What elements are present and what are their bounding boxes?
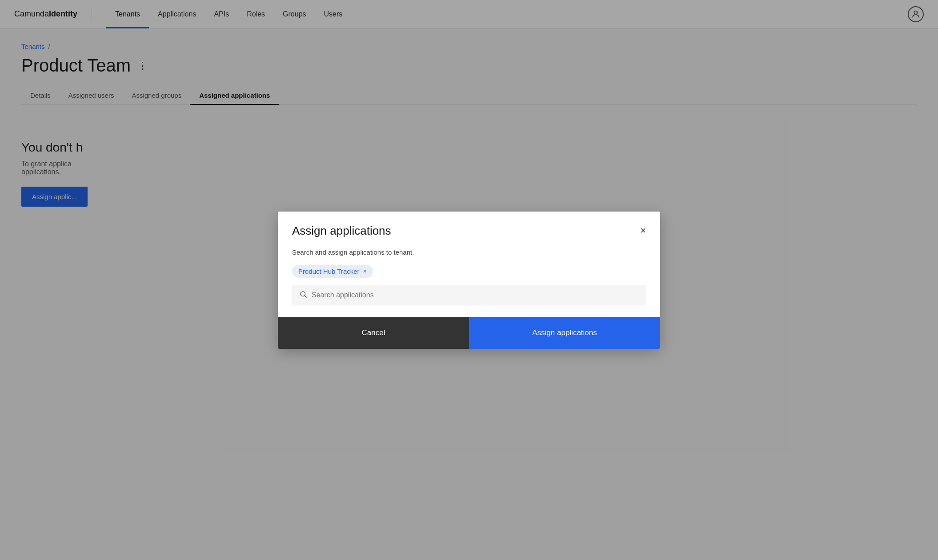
tag-label: Product Hub Tracker [298, 268, 360, 275]
search-icon [299, 290, 307, 300]
svg-point-1 [301, 292, 305, 296]
search-box [292, 285, 646, 306]
modal-title: Assign applications [292, 224, 391, 238]
cancel-button[interactable]: Cancel [278, 317, 469, 349]
modal-footer: Cancel Assign applications [278, 317, 660, 349]
assign-applications-modal: Assign applications × Search and assign … [278, 212, 660, 349]
assign-button[interactable]: Assign applications [469, 317, 660, 349]
modal-overlay: Assign applications × Search and assign … [0, 0, 938, 560]
search-applications-input[interactable] [312, 291, 639, 299]
modal-body: Search and assign applications to tenant… [278, 245, 660, 317]
tag-remove-button[interactable]: × [363, 268, 367, 274]
modal-header: Assign applications × [278, 212, 660, 245]
svg-line-2 [305, 296, 306, 297]
tag-product-hub-tracker: Product Hub Tracker × [292, 265, 373, 278]
modal-close-button[interactable]: × [640, 226, 646, 236]
selected-tags: Product Hub Tracker × [292, 265, 646, 278]
modal-description: Search and assign applications to tenant… [292, 248, 646, 256]
